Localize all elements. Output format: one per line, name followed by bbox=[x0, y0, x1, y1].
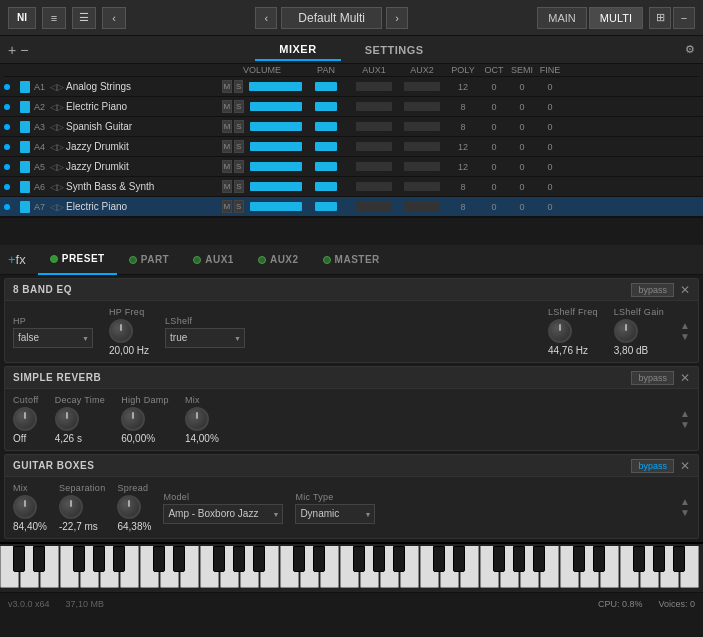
black-key[interactable] bbox=[153, 546, 165, 572]
guitar-mix-knob[interactable] bbox=[13, 495, 37, 519]
black-key[interactable] bbox=[673, 546, 685, 572]
channel-row[interactable]: A6 ◁▷ Synth Bass & Synth M S 8 0 0 0 bbox=[0, 177, 703, 197]
black-key[interactable] bbox=[353, 546, 365, 572]
preset-next-button[interactable]: › bbox=[386, 7, 408, 29]
channel-row[interactable]: A2 ◁▷ Electric Piano M S 8 0 0 0 bbox=[0, 97, 703, 117]
piano-keys[interactable] bbox=[0, 546, 703, 590]
channel-row[interactable]: A3 ◁▷ Spanish Guitar M S 8 0 0 0 bbox=[0, 117, 703, 137]
eq-lshelffreq-value: 44,76 Hz bbox=[548, 345, 588, 356]
eq-nav-down[interactable]: ▼ bbox=[680, 332, 690, 342]
fx-tab-aux1[interactable]: AUX1 bbox=[181, 245, 246, 275]
black-key[interactable] bbox=[173, 546, 185, 572]
black-key[interactable] bbox=[213, 546, 225, 572]
black-key[interactable] bbox=[113, 546, 125, 572]
eq-hpfreq-knob[interactable] bbox=[109, 319, 133, 343]
m-button[interactable]: M bbox=[222, 180, 232, 193]
black-key[interactable] bbox=[93, 546, 105, 572]
s-button[interactable]: S bbox=[234, 80, 244, 93]
m-button[interactable]: M bbox=[222, 80, 232, 93]
menu-button[interactable]: ☰ bbox=[72, 7, 96, 29]
add-button[interactable]: + bbox=[8, 43, 16, 57]
tab-mixer[interactable]: MIXER bbox=[255, 39, 340, 61]
settings-icon[interactable]: ⚙ bbox=[685, 43, 695, 56]
channel-pan bbox=[302, 202, 350, 211]
s-button[interactable]: S bbox=[234, 160, 244, 173]
fx-tab-master[interactable]: MASTER bbox=[311, 245, 392, 275]
black-key[interactable] bbox=[33, 546, 45, 572]
black-key[interactable] bbox=[633, 546, 645, 572]
fx-tab-preset[interactable]: PRESET bbox=[38, 245, 117, 275]
black-key[interactable] bbox=[533, 546, 545, 572]
minus-icon[interactable]: − bbox=[673, 7, 695, 29]
guitar-mictype-select[interactable]: Dynamic bbox=[295, 504, 375, 524]
eq-lshelfgain-knob[interactable] bbox=[614, 319, 638, 343]
reverb-highdamp-knob[interactable] bbox=[121, 407, 145, 431]
s-button[interactable]: S bbox=[234, 100, 244, 113]
channel-oct: 0 bbox=[480, 202, 508, 212]
multi-button[interactable]: MULTI bbox=[589, 7, 643, 29]
black-key[interactable] bbox=[373, 546, 385, 572]
channel-row[interactable]: A7 ◁▷ Electric Piano M S 8 0 0 0 bbox=[0, 197, 703, 217]
guitar-separation-knob[interactable] bbox=[59, 495, 83, 519]
cpu-label: CPU: 0.8% bbox=[598, 599, 643, 609]
black-key[interactable] bbox=[433, 546, 445, 572]
guitar-model-select[interactable]: Amp - Boxboro Jazz bbox=[163, 504, 283, 524]
black-key[interactable] bbox=[493, 546, 505, 572]
black-key[interactable] bbox=[293, 546, 305, 572]
eq-bypass-button[interactable]: bypass bbox=[631, 283, 674, 297]
eq-nav-up[interactable]: ▲ bbox=[680, 321, 690, 331]
main-button[interactable]: MAIN bbox=[537, 7, 587, 29]
black-key[interactable] bbox=[73, 546, 85, 572]
black-key[interactable] bbox=[573, 546, 585, 572]
volume-bar bbox=[250, 202, 302, 211]
preset-prev-button[interactable]: ‹ bbox=[255, 7, 277, 29]
channel-row[interactable]: A4 ◁▷ Jazzy Drumkit M S 12 0 0 0 bbox=[0, 137, 703, 157]
eq-lshelffreq-knob[interactable] bbox=[548, 319, 572, 343]
m-button[interactable]: M bbox=[222, 160, 232, 173]
volume-bar bbox=[250, 182, 302, 191]
black-key[interactable] bbox=[233, 546, 245, 572]
s-button[interactable]: S bbox=[234, 200, 244, 213]
reverb-close-button[interactable]: ✕ bbox=[680, 371, 690, 385]
reverb-nav-down[interactable]: ▼ bbox=[680, 420, 690, 430]
back-button[interactable]: ‹ bbox=[102, 7, 126, 29]
channel-aux1 bbox=[350, 162, 398, 171]
eq-close-button[interactable]: ✕ bbox=[680, 283, 690, 297]
tab-settings[interactable]: SETTINGS bbox=[341, 40, 448, 60]
black-key[interactable] bbox=[593, 546, 605, 572]
reverb-mix-knob[interactable] bbox=[185, 407, 209, 431]
black-key[interactable] bbox=[253, 546, 265, 572]
reverb-bypass-button[interactable]: bypass bbox=[631, 371, 674, 385]
s-button[interactable]: S bbox=[234, 140, 244, 153]
black-key[interactable] bbox=[393, 546, 405, 572]
eq-hp-select[interactable]: false true bbox=[13, 328, 93, 348]
black-key[interactable] bbox=[453, 546, 465, 572]
black-key[interactable] bbox=[653, 546, 665, 572]
black-key[interactable] bbox=[13, 546, 25, 572]
fx-tab-aux2[interactable]: AUX2 bbox=[246, 245, 311, 275]
channel-row[interactable]: A5 ◁▷ Jazzy Drumkit M S 12 0 0 0 bbox=[0, 157, 703, 177]
s-button[interactable]: S bbox=[234, 120, 244, 133]
browse-button[interactable]: ≡ bbox=[42, 7, 66, 29]
reverb-nav-up[interactable]: ▲ bbox=[680, 409, 690, 419]
keyboard-icon[interactable]: ⊞ bbox=[649, 7, 671, 29]
aux1-bar bbox=[356, 142, 392, 151]
m-button[interactable]: M bbox=[222, 140, 232, 153]
black-key[interactable] bbox=[313, 546, 325, 572]
guitar-bypass-button[interactable]: bypass bbox=[631, 459, 674, 473]
m-button[interactable]: M bbox=[222, 200, 232, 213]
guitar-nav-down[interactable]: ▼ bbox=[680, 508, 690, 518]
channel-row[interactable]: A1 ◁▷ Analog Strings M S 12 0 0 0 bbox=[0, 77, 703, 97]
m-button[interactable]: M bbox=[222, 100, 232, 113]
guitar-close-button[interactable]: ✕ bbox=[680, 459, 690, 473]
guitar-spread-knob[interactable] bbox=[117, 495, 141, 519]
m-button[interactable]: M bbox=[222, 120, 232, 133]
guitar-nav-up[interactable]: ▲ bbox=[680, 497, 690, 507]
fx-tab-part[interactable]: PART bbox=[117, 245, 181, 275]
eq-lshelf-select[interactable]: true false bbox=[165, 328, 245, 348]
s-button[interactable]: S bbox=[234, 180, 244, 193]
black-key[interactable] bbox=[513, 546, 525, 572]
remove-button[interactable]: − bbox=[20, 43, 28, 57]
reverb-decay-knob[interactable] bbox=[55, 407, 79, 431]
reverb-cutoff-knob[interactable] bbox=[13, 407, 37, 431]
